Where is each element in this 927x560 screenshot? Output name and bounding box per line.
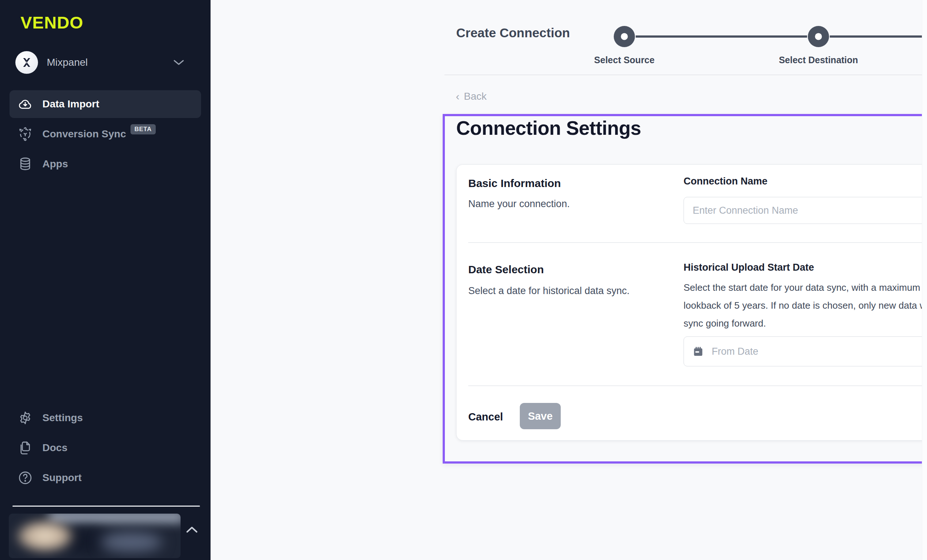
mixpanel-logo-icon — [20, 56, 33, 69]
connection-name-label: Connection Name — [684, 176, 767, 187]
step-dot-select-destination — [808, 26, 829, 47]
help-circle-icon — [18, 470, 33, 486]
sidebar-item-support[interactable]: Support — [9, 463, 201, 492]
sidebar-item-settings[interactable]: Settings — [9, 403, 201, 433]
sidebar: VENDO Mixpanel — [0, 0, 211, 560]
sidebar-item-label: Support — [43, 472, 82, 484]
chevron-up-icon[interactable] — [186, 526, 198, 533]
chevron-left-icon: ‹ — [456, 91, 459, 102]
sidebar-bottom-nav: Settings Docs — [9, 403, 201, 493]
page-header-title: Create Connection — [456, 26, 570, 40]
date-selection-description: Select a date for historical data sync. — [468, 285, 629, 297]
app-window: VENDO Mixpanel — [0, 0, 927, 560]
chevron-down-icon — [173, 59, 184, 66]
sidebar-divider — [12, 505, 200, 507]
mixpanel-avatar — [15, 51, 38, 74]
database-icon — [18, 156, 33, 172]
step-label: Select Destination — [779, 55, 858, 65]
blurred-avatar — [14, 519, 76, 554]
sidebar-item-label: Data Import — [43, 98, 99, 110]
beta-badge: BETA — [131, 124, 156, 134]
page-title: Connection Settings — [456, 117, 641, 139]
stepper-line — [636, 35, 807, 38]
from-date-input[interactable] — [712, 346, 927, 357]
sidebar-item-apps[interactable]: Apps — [9, 150, 201, 178]
conversion-sync-icon — [18, 126, 33, 142]
step-dot-select-source — [614, 26, 635, 47]
sidebar-item-label: Conversion Sync — [43, 128, 126, 140]
sidebar-item-data-import[interactable]: Data Import — [9, 90, 201, 118]
sidebar-item-label: Docs — [43, 442, 67, 454]
sidebar-item-label: Apps — [43, 158, 68, 170]
main-content: Create Connection Select Source Select D… — [211, 0, 927, 560]
sidebar-item-conversion-sync[interactable]: Conversion Sync BETA — [9, 120, 201, 148]
historical-upload-description: Select the start date for your data sync… — [684, 279, 927, 332]
sidebar-item-docs[interactable]: Docs — [9, 433, 201, 463]
historical-upload-label: Historical Upload Start Date — [684, 262, 814, 273]
gear-icon — [18, 410, 33, 426]
documents-icon — [18, 440, 33, 455]
cloud-download-icon — [18, 96, 33, 112]
workspace-switcher[interactable]: Mixpanel — [15, 50, 184, 74]
section-divider — [468, 385, 927, 386]
save-button[interactable]: Save — [520, 403, 561, 429]
stepper-line — [830, 35, 927, 38]
section-divider — [468, 242, 927, 243]
header-divider — [444, 74, 927, 75]
connection-settings-card: Basic Information Name your connection. … — [456, 164, 927, 440]
user-profile-blurred[interactable] — [9, 514, 181, 558]
vendo-logo: VENDO — [20, 12, 84, 32]
from-date-field[interactable] — [684, 337, 927, 366]
back-link[interactable]: ‹ Back — [456, 91, 486, 102]
back-label: Back — [464, 91, 486, 102]
step-label: Select Source — [594, 55, 654, 65]
sidebar-nav: Data Import Conversion Sync BETA — [9, 90, 201, 180]
sidebar-item-label: Settings — [43, 412, 83, 424]
scrollbar-track[interactable] — [922, 0, 927, 560]
blurred-content — [100, 533, 162, 552]
connection-name-input[interactable] — [684, 197, 927, 224]
workspace-name: Mixpanel — [47, 57, 88, 68]
date-selection-heading: Date Selection — [468, 263, 544, 276]
basic-info-heading: Basic Information — [468, 177, 561, 190]
basic-info-description: Name your connection. — [468, 198, 570, 210]
cancel-button[interactable]: Cancel — [468, 407, 503, 426]
calendar-icon — [692, 345, 704, 358]
